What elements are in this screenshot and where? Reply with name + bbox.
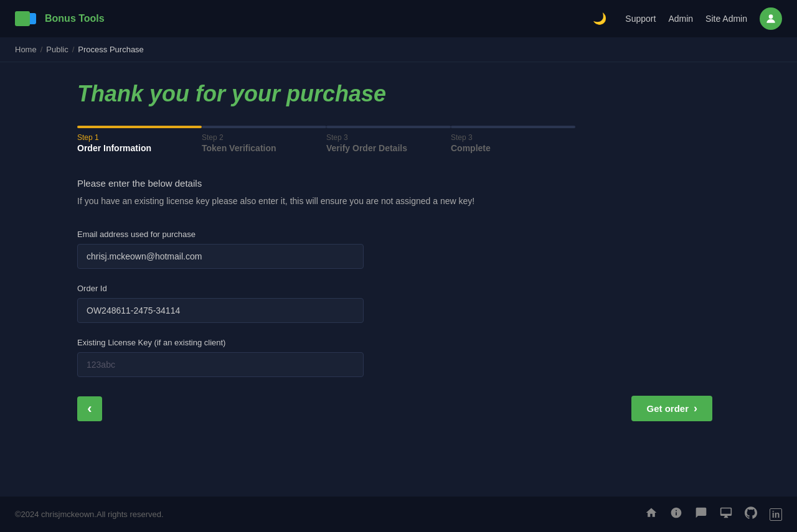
form-sub-description: If you have an existing license key plea… bbox=[77, 195, 720, 208]
step-3-label: Verify Order Details bbox=[326, 143, 451, 153]
step-4-bar bbox=[451, 126, 575, 128]
support-link[interactable]: Support bbox=[625, 14, 656, 24]
footer: ©2024 chrisjmckeown.All rights reserved.… bbox=[0, 497, 797, 532]
navbar: Bonus Tools 🌙 Support Admin Site Admin bbox=[0, 0, 797, 37]
breadcrumb: Home / Public / Process Purchase bbox=[0, 37, 797, 62]
step-2-label: Token Verification bbox=[202, 143, 326, 153]
breadcrumb-sep-2: / bbox=[72, 45, 75, 54]
form-description: Please enter the below details bbox=[77, 178, 720, 189]
page-title: Thank you for your purchase bbox=[77, 81, 720, 107]
breadcrumb-home[interactable]: Home bbox=[15, 45, 37, 54]
order-id-input[interactable] bbox=[77, 298, 364, 323]
footer-info-icon[interactable] bbox=[670, 506, 682, 522]
step-3: Step 3 Verify Order Details bbox=[326, 126, 451, 153]
email-group: Email address used for purchase bbox=[77, 230, 364, 269]
step-2-num: Step 2 bbox=[202, 133, 326, 142]
get-order-label: Get order bbox=[646, 403, 689, 414]
step-3-bar bbox=[326, 126, 451, 128]
dark-mode-icon[interactable]: 🌙 bbox=[593, 12, 606, 26]
breadcrumb-current: Process Purchase bbox=[78, 45, 144, 54]
email-label: Email address used for purchase bbox=[77, 230, 364, 239]
admin-link[interactable]: Admin bbox=[668, 14, 693, 24]
license-key-input[interactable] bbox=[77, 352, 364, 377]
step-2-bar bbox=[202, 126, 326, 128]
order-id-group: Order Id bbox=[77, 284, 364, 323]
main-content: Thank you for your purchase Step 1 Order… bbox=[62, 62, 735, 497]
step-4: Step 3 Complete bbox=[451, 126, 575, 153]
step-4-num: Step 3 bbox=[451, 133, 575, 142]
get-order-button[interactable]: Get order › bbox=[631, 396, 712, 421]
avatar[interactable] bbox=[760, 7, 782, 30]
logo-icon bbox=[15, 9, 40, 29]
brand-name: Bonus Tools bbox=[45, 13, 105, 24]
step-2: Step 2 Token Verification bbox=[202, 126, 326, 153]
order-id-label: Order Id bbox=[77, 284, 364, 293]
footer-chat-icon[interactable] bbox=[695, 506, 707, 522]
footer-copyright: ©2024 chrisjmckeown.All rights reserved. bbox=[15, 510, 164, 519]
back-icon: ‹ bbox=[87, 401, 92, 417]
site-admin-link[interactable]: Site Admin bbox=[705, 14, 747, 24]
email-input[interactable] bbox=[77, 244, 364, 269]
step-4-label: Complete bbox=[451, 143, 575, 153]
license-key-label: Existing License Key (if an existing cli… bbox=[77, 338, 364, 347]
step-1-label: Order Information bbox=[77, 143, 202, 153]
brand-logo[interactable]: Bonus Tools bbox=[15, 9, 105, 29]
get-order-icon: › bbox=[694, 402, 697, 415]
step-1-bar bbox=[77, 126, 202, 128]
footer-github-icon[interactable] bbox=[745, 506, 757, 522]
step-3-num: Step 3 bbox=[326, 133, 451, 142]
footer-desktop-icon[interactable] bbox=[720, 506, 732, 522]
breadcrumb-public[interactable]: Public bbox=[46, 45, 68, 54]
svg-point-0 bbox=[769, 14, 773, 19]
step-1-num: Step 1 bbox=[77, 133, 202, 142]
step-1: Step 1 Order Information bbox=[77, 126, 202, 153]
footer-home-icon[interactable] bbox=[645, 506, 658, 522]
button-row: ‹ Get order › bbox=[77, 396, 712, 421]
back-button[interactable]: ‹ bbox=[77, 396, 102, 421]
footer-icons: in bbox=[645, 506, 782, 522]
steps-indicator: Step 1 Order Information Step 2 Token Ve… bbox=[77, 126, 575, 153]
breadcrumb-sep-1: / bbox=[40, 45, 43, 54]
license-key-group: Existing License Key (if an existing cli… bbox=[77, 338, 364, 377]
footer-linkedin-icon[interactable]: in bbox=[770, 508, 782, 521]
